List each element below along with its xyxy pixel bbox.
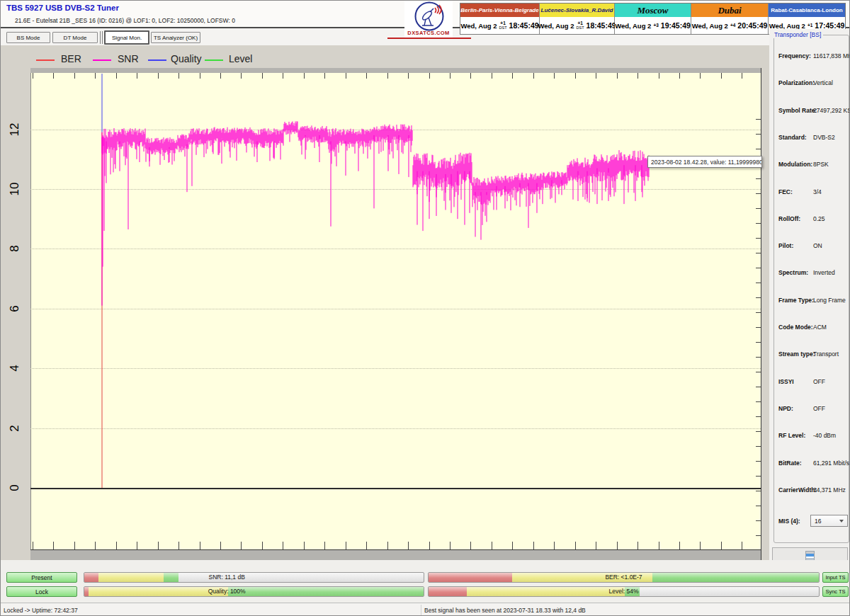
clock-date: Wed, Aug 2 xyxy=(460,22,497,30)
field-label: Symbol Rate: xyxy=(778,107,817,114)
clock-city: Rabat-Casablanca-London xyxy=(769,4,845,17)
field-label: RollOff: xyxy=(778,215,800,222)
field-value: OFF xyxy=(813,405,825,412)
field-value: 61,291 Mbit/s xyxy=(813,460,849,467)
clock-utc-offset: +3 xyxy=(653,23,658,28)
field-value: 8PSK xyxy=(813,161,829,168)
tuned-transponder-subtitle: 21.6E - Eutelsat 21B _SES 16 (ID: 0216) … xyxy=(15,17,235,24)
mis-select[interactable]: 16 xyxy=(810,515,848,527)
bar-label: BER: <1.0E-7 xyxy=(605,573,642,582)
field-label: Polarization: xyxy=(778,79,815,86)
clock-cell: Berlin-Paris-Vienna-BelgradeWed, Aug 2+1… xyxy=(460,4,540,34)
input-ts-button[interactable]: Input TS xyxy=(822,572,849,583)
field-label: CarrierWidth: xyxy=(778,486,817,494)
tab-divider xyxy=(100,31,103,44)
status-best-signal: Best signal has been seen at 2023-07-31 … xyxy=(424,607,586,614)
sync-ts-button[interactable]: Sync TS xyxy=(822,586,849,597)
bar-label: Quality: 100% xyxy=(208,587,246,596)
bar-segment xyxy=(84,573,98,582)
snr-bar: SNR: 11,1 dB xyxy=(84,572,424,583)
field-value: Vertical xyxy=(813,79,833,86)
field-value: Inverted xyxy=(813,269,835,276)
field-label: Code Mode: xyxy=(778,324,813,331)
app-window: TBS 5927 USB DVB-S2 Tuner 21.6E - Eutels… xyxy=(0,0,850,616)
clock-city: Moscow xyxy=(615,4,691,17)
bar-segment xyxy=(467,587,625,596)
clock-utc-offset: +1DST xyxy=(577,21,584,30)
clock-utc-offset: +4 xyxy=(730,23,735,28)
field-label: Frequency: xyxy=(778,52,811,59)
logo-text: DXSATCS.COM xyxy=(402,30,455,36)
status-uptime: Locked -> Uptime: 72:42:37 xyxy=(4,607,78,614)
clock-cell: Lučenec-Slovakia_R.DávidWed, Aug 2+1DST1… xyxy=(540,4,615,34)
bar-segment xyxy=(429,587,467,596)
signal-status-strip: Present Lock SNR: 11,1 dB Quality: 100% … xyxy=(1,560,850,603)
present-button[interactable]: Present xyxy=(6,572,77,583)
mis-selected-value: 16 xyxy=(815,518,821,525)
field-value: OFF xyxy=(813,378,825,385)
field-label: Modulation: xyxy=(778,161,812,168)
field-value: 11617,838 MHz xyxy=(813,52,850,59)
logo-underline xyxy=(387,38,471,39)
tab-signal-mon[interactable]: Signal Mon. xyxy=(104,30,149,45)
bar-segment xyxy=(429,573,512,582)
field-value: 27497,292 KS/s xyxy=(813,107,850,114)
transponder-panel: Transponder [BS] Frequency:11617,838 MHz… xyxy=(769,29,850,567)
field-label: Pilot: xyxy=(778,242,793,249)
status-bar: Locked -> Uptime: 72:42:37 Best signal h… xyxy=(1,603,850,616)
field-label: Frame Type: xyxy=(778,297,814,304)
bar-segment xyxy=(98,573,163,582)
clock-cell: DubaiWed, Aug 2+420:45:49 xyxy=(691,4,769,34)
snr-trace xyxy=(102,121,649,305)
signal-chart: BERSNRQualityLevel 121086420 2023-08-02 … xyxy=(1,45,769,560)
dst-flag: DST xyxy=(577,26,584,30)
tab-dt-mode[interactable]: DT Mode xyxy=(52,32,98,43)
clock-city: Dubai xyxy=(691,4,768,17)
clock-date: Wed, Aug 2 xyxy=(538,22,574,30)
bar-segment xyxy=(228,587,424,596)
clock-hms: 18:45:49 xyxy=(509,21,539,30)
clock-hms: 19:45:49 xyxy=(661,21,691,30)
lock-button[interactable]: Lock xyxy=(6,586,77,597)
field-value: 34,371 MHz xyxy=(813,486,846,494)
field-label: BitRate: xyxy=(778,460,802,467)
status-separator xyxy=(421,605,421,615)
clock-date: Wed, Aug 2 xyxy=(769,22,805,30)
field-label: RF Level: xyxy=(778,432,805,439)
offset-value: +4 xyxy=(730,23,735,28)
clock-time: Wed, Aug 2+420:45:49 xyxy=(691,17,768,34)
clock-utc-offset: +1 xyxy=(808,23,812,28)
clock-city: Berlin-Paris-Vienna-Belgrade xyxy=(460,4,539,17)
field-label: FEC: xyxy=(778,188,793,195)
clock-hms: 20:45:49 xyxy=(737,21,767,30)
field-label: ISSYI xyxy=(778,378,794,385)
ber-bar: BER: <1.0E-7 xyxy=(428,572,820,583)
clock-date: Wed, Aug 2 xyxy=(692,22,728,30)
field-value: Transport xyxy=(813,350,839,358)
field-label: Standard: xyxy=(778,134,807,141)
clock-cell: MoscowWed, Aug 2+319:45:49 xyxy=(615,4,691,34)
field-value: ACM xyxy=(813,324,827,331)
quality-bar: Quality: 100% xyxy=(84,586,424,597)
bar-segment xyxy=(652,573,819,582)
clock-time: Wed, Aug 2+1DST18:45:49 xyxy=(460,17,539,34)
field-value: DVB-S2 xyxy=(813,134,835,141)
level-bar: Level: 54% xyxy=(428,586,820,597)
clock-time: Wed, Aug 2+319:45:49 xyxy=(615,17,691,34)
field-value: ON xyxy=(813,242,822,249)
bar-segment xyxy=(89,587,228,596)
dst-flag: DST xyxy=(499,26,507,30)
tab-bs-mode[interactable]: BS Mode xyxy=(6,32,50,43)
field-value: 3/4 xyxy=(813,188,822,195)
panel-title: Transponder [BS] xyxy=(772,31,823,38)
field-value: Long Frame xyxy=(813,297,846,304)
field-value: -40 dBm xyxy=(813,432,836,439)
field-value: 0.25 xyxy=(813,215,825,222)
field-label: Spectrum: xyxy=(778,269,808,276)
trace-canvas xyxy=(1,45,769,560)
clock-time: Wed, Aug 2+1DST18:45:49 xyxy=(540,17,614,34)
mis-label: MIS (4): xyxy=(778,518,800,525)
clock-date: Wed, Aug 2 xyxy=(615,22,651,30)
bar-label: Level: 54% xyxy=(608,587,638,596)
tab-ts-analyzer-ok[interactable]: TS Analyzer (OK) xyxy=(151,32,200,43)
